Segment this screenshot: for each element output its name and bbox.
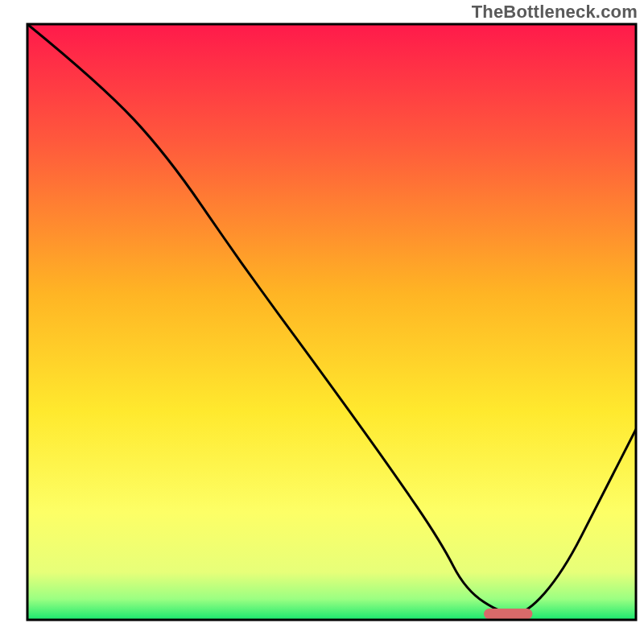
bottleneck-chart [0,0,644,644]
watermark-text: TheBottleneck.com [472,2,638,23]
chart-container: TheBottleneck.com [0,0,644,644]
target-range-marker [484,609,532,619]
background-gradient [27,24,636,620]
